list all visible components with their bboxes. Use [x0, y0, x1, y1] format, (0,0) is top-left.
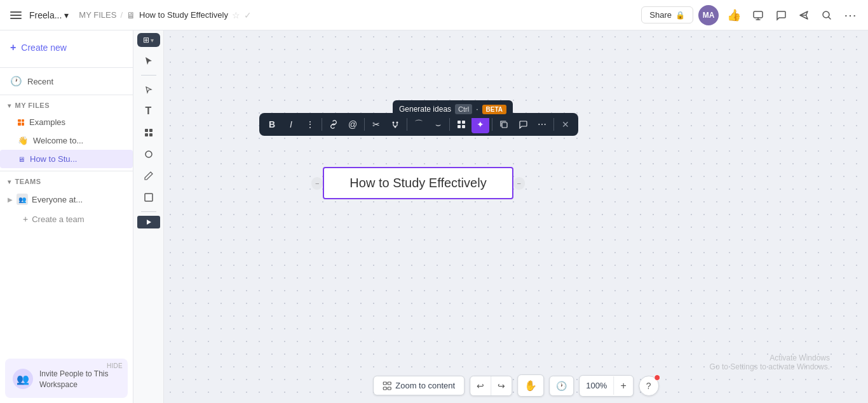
teams-label: TEAMS [15, 178, 41, 185]
breadcrumb-separator: / [120, 10, 123, 20]
comment-button[interactable] [772, 6, 790, 24]
activate-windows-line2: Go to Settings to activate Windows. [710, 362, 830, 371]
zoom-control-group: 100% + [579, 375, 634, 397]
shortcut-dot: · [476, 105, 478, 114]
left-toolbar: ⊞ ▾ T [133, 30, 164, 403]
undo-button[interactable]: ↩ [470, 376, 491, 395]
team-icon: 👥 [17, 194, 28, 205]
ft-bold-button[interactable]: B [263, 116, 281, 133]
share-button[interactable]: Share 🔒 [641, 6, 693, 23]
sidebar-item-examples[interactable]: Examples [0, 113, 133, 131]
svg-rect-13 [462, 121, 465, 124]
redo-button[interactable]: ↪ [491, 376, 512, 395]
sidebar-divider-3 [0, 171, 133, 171]
send-button[interactable] [795, 6, 813, 24]
widget-icon: ⊞ [143, 36, 149, 44]
sidebar-item-recent[interactable]: 🕐 Recent [0, 70, 133, 92]
ft-close-button[interactable]: ✕ [557, 116, 574, 133]
history-button[interactable]: 🕐 [549, 376, 574, 396]
sidebar-item-welcome[interactable]: 👋 Welcome to... [0, 131, 133, 150]
zoom-plus-icon: + [620, 380, 626, 391]
my-files-arrow: ▾ [8, 102, 11, 109]
ft-curve1-button[interactable]: ⌒ [410, 116, 428, 133]
sidebar: + Create new 🕐 Recent ▾ MY FILES Example… [0, 30, 133, 403]
ft-grid-button[interactable] [452, 116, 470, 133]
tool-text[interactable]: T [137, 101, 160, 121]
breadcrumb: MY FILES / 🖥 How to Study Effectively ☆ … [79, 10, 252, 20]
present-button[interactable] [749, 6, 767, 24]
tool-grid[interactable] [137, 122, 160, 143]
toolbar-divider-2 [141, 211, 156, 212]
sidebar-item-how-to-study[interactable]: 🖥 How to Stu... [0, 150, 133, 168]
card-handle-left[interactable]: − [311, 177, 323, 190]
help-icon: ? [646, 381, 651, 391]
help-button[interactable]: ? [639, 376, 659, 396]
toolbar-top-widget[interactable]: ⊞ ▾ [137, 33, 160, 47]
tool-arrow[interactable] [137, 79, 160, 100]
sidebar-item-everyone[interactable]: ▶ 👥 Everyone at... [0, 189, 133, 209]
sidebar-divider-1 [0, 67, 133, 68]
section-header-my-files[interactable]: ▾ MY FILES [0, 98, 133, 113]
ft-copy-button[interactable] [495, 116, 513, 133]
header-left: Freela... ▾ MY FILES / 🖥 How to Study Ef… [8, 9, 636, 22]
workspace-selector[interactable]: Freela... ▾ [29, 10, 69, 20]
ft-comment-button[interactable] [514, 116, 532, 133]
tool-play-button[interactable] [137, 216, 160, 228]
svg-rect-17 [383, 382, 386, 385]
generate-ideas-tooltip: Generate ideas Ctrl · BETA [393, 100, 513, 118]
ft-link-button[interactable] [325, 116, 342, 133]
invite-icon: 👥 [13, 369, 33, 389]
create-team-label: Create a team [32, 215, 84, 224]
svg-rect-4 [145, 133, 148, 136]
ft-scissor-button[interactable]: ✂ [367, 116, 385, 133]
ft-divider-3 [407, 118, 407, 131]
shortcut-key: Ctrl [455, 104, 472, 114]
widget-dropdown-icon: ▾ [151, 37, 154, 44]
history-icon: 🕐 [556, 381, 567, 391]
ft-divider-1 [322, 118, 322, 131]
section-header-teams[interactable]: ▾ TEAMS [0, 174, 133, 189]
tool-pen[interactable] [137, 166, 160, 186]
card-handle-right[interactable]: − [513, 177, 525, 190]
create-new-button[interactable]: + Create new [0, 36, 133, 60]
canvas-area[interactable]: Generate ideas Ctrl · BETA B I ⋮ @ ✂ ⌒ ⌣ [164, 30, 868, 403]
how-to-study-label: How to Stu... [30, 154, 77, 164]
expand-icon: ▶ [8, 196, 13, 203]
search-button[interactable] [818, 6, 836, 24]
canvas-card[interactable]: − How to Study Effectively − [323, 167, 513, 199]
breadcrumb-my-files[interactable]: MY FILES [79, 10, 116, 20]
create-new-label: Create new [21, 43, 67, 53]
sidebar-divider-2 [0, 95, 133, 95]
lock-icon: 🔒 [675, 11, 685, 20]
avatar[interactable]: MA [698, 5, 719, 25]
more-options-button[interactable]: ⋯ [841, 4, 860, 26]
invite-hide-button[interactable]: HIDE [107, 362, 123, 369]
undo-icon: ↩ [477, 381, 484, 391]
ft-more-button[interactable]: ⋮ [301, 116, 319, 133]
ft-extra-button[interactable]: ⋯ [533, 116, 551, 133]
hand-tool-button[interactable]: ✋ [517, 374, 544, 397]
zoom-to-content-button[interactable]: Zoom to content [373, 376, 465, 395]
like-button[interactable]: 👍 [724, 5, 744, 25]
svg-point-10 [397, 122, 398, 124]
sidebar-create-team[interactable]: + Create a team [0, 209, 133, 228]
redo-icon: ↪ [498, 381, 505, 391]
svg-rect-0 [754, 11, 763, 18]
tool-frame[interactable] [137, 187, 160, 208]
ft-italic-button[interactable]: I [282, 116, 300, 133]
ft-mention-button[interactable]: @ [344, 116, 362, 133]
examples-label: Examples [29, 117, 65, 127]
hamburger-button[interactable] [8, 9, 24, 22]
activate-windows-line1: Activate Windows [710, 353, 830, 362]
tool-circle[interactable] [137, 144, 160, 164]
favorite-icon[interactable]: ☆ [232, 10, 240, 20]
ft-curve2-button[interactable]: ⌣ [429, 116, 447, 133]
ft-magic-button[interactable]: ✦ [471, 116, 489, 133]
svg-rect-5 [149, 133, 153, 136]
hand-icon: ✋ [524, 380, 537, 391]
ft-branch-button[interactable] [386, 116, 404, 133]
invite-icon-symbol: 👥 [17, 373, 29, 385]
zoom-plus-button[interactable]: + [614, 376, 632, 396]
ft-divider-5 [492, 118, 492, 131]
tool-select[interactable] [137, 51, 160, 71]
